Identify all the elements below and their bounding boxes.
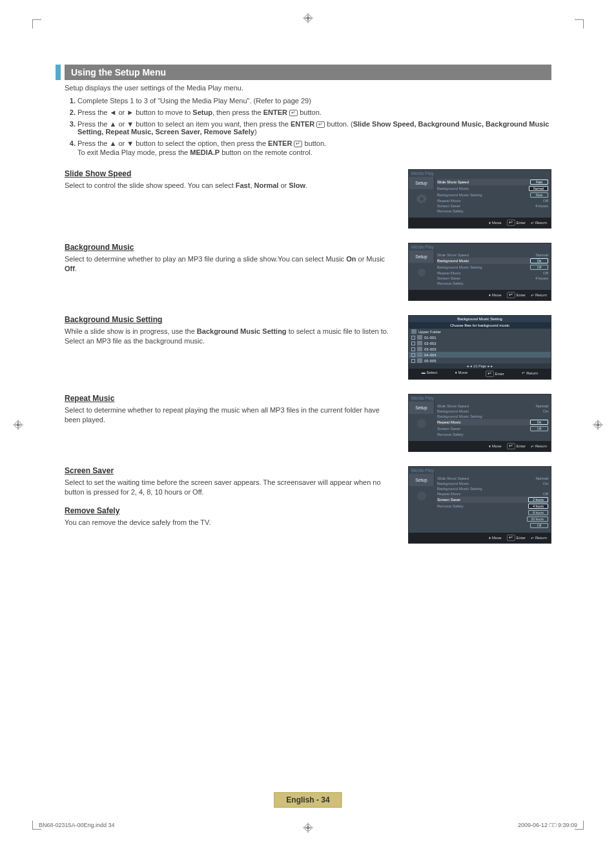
background-music-setting-body: While a slide show is in progress, use t…	[65, 327, 395, 346]
gear-icon	[409, 263, 435, 282]
checkbox-icon	[411, 336, 415, 340]
background-music-title: Background Music	[65, 243, 395, 252]
section-heading: Using the Setup Menu	[65, 65, 551, 80]
intro-text: Setup displays the user settings of the …	[65, 84, 551, 92]
screenshot-background-music-setting: Background Music Setting Choose files fo…	[408, 315, 551, 380]
remove-safely-body: You can remove the device safely from th…	[65, 518, 395, 527]
step-4: Press the ▲ or ▼ button to select the op…	[77, 139, 326, 147]
registration-mark-icon	[303, 823, 313, 833]
svg-point-7	[307, 826, 310, 830]
screenshot-repeat-music: Media Play Setup Slide Show SpeedNormal …	[408, 394, 551, 452]
footer-filename: BN68-02315A-00Eng.indd 34	[39, 822, 115, 828]
svg-point-16	[418, 269, 426, 276]
slide-show-speed-title: Slide Show Speed	[65, 169, 395, 178]
page-number: English - 34	[274, 792, 342, 808]
music-icon	[417, 335, 422, 340]
step-3: Press the ▲ or ▼ button to select an ite…	[77, 120, 549, 136]
enter-icon: ↵	[294, 141, 302, 147]
slide-show-speed-body: Select to control the slide show speed. …	[65, 181, 395, 190]
svg-point-11	[17, 423, 20, 426]
folder-icon	[411, 329, 416, 334]
steps-list: Complete Steps 1 to 3 of "Using the Medi…	[77, 97, 551, 156]
step-4-sub: To exit Media Play mode, press the MEDIA…	[77, 148, 551, 156]
registration-mark-icon	[303, 13, 313, 23]
footer-timestamp: 2009-06-12 □□ 9:39:09	[518, 822, 577, 828]
svg-point-18	[417, 491, 426, 500]
screenshot-background-music: Media Play Setup Slide Show SpeedNormal …	[408, 243, 551, 301]
background-music-body: Select to determine whether to play an M…	[65, 254, 395, 274]
enter-icon: ↵	[289, 110, 298, 116]
repeat-music-title: Repeat Music	[65, 394, 395, 403]
screenshot-slide-show-speed: Media Play Setup Slide Show SpeedFast Ba…	[408, 169, 551, 229]
step-1: Complete Steps 1 to 3 of "Using the Medi…	[77, 97, 311, 105]
repeat-music-body: Select to determine whether to repeat pl…	[65, 405, 395, 425]
screen-saver-title: Screen Saver	[65, 466, 395, 475]
svg-point-17	[417, 419, 426, 428]
screenshot-screen-saver: Media Play Setup Slide Show SpeedNormal …	[408, 466, 551, 544]
step-2: Press the ◄ or ► button to move to Setup…	[77, 108, 322, 116]
registration-mark-icon	[593, 420, 603, 430]
gear-icon	[409, 189, 435, 209]
enter-icon: ↵	[316, 121, 325, 128]
svg-point-15	[597, 423, 600, 426]
registration-mark-icon	[13, 420, 23, 430]
screen-saver-body: Select to set the waiting time before th…	[65, 478, 395, 497]
remove-safely-title: Remove Safely	[65, 506, 395, 515]
svg-point-3	[307, 17, 310, 20]
background-music-setting-title: Background Music Setting	[65, 315, 395, 324]
